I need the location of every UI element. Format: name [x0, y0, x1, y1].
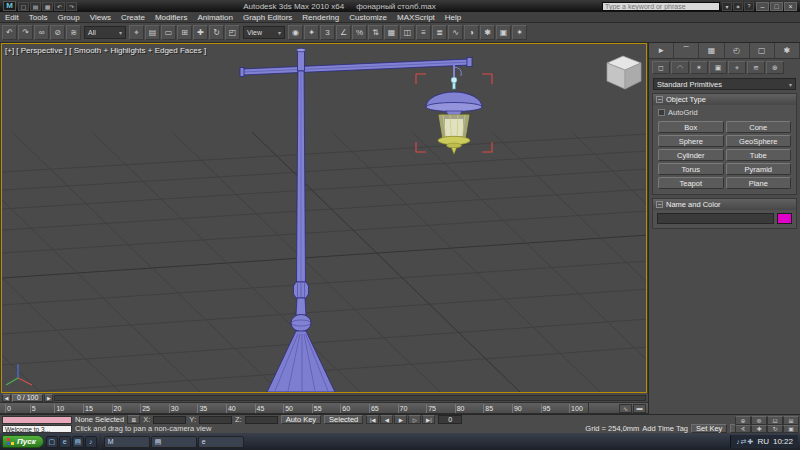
material-editor-icon[interactable]: ◑	[464, 25, 479, 40]
tab-create[interactable]: ►	[649, 43, 674, 58]
play-animation-button[interactable]: ▶	[394, 415, 407, 424]
viewport-label[interactable]: [+] [ Perspective ] [ Smooth + Highlight…	[5, 46, 206, 55]
select-and-scale-icon[interactable]: ◰	[225, 25, 240, 40]
maximize-button[interactable]: □	[770, 2, 783, 11]
menu-item[interactable]: Edit	[0, 12, 24, 22]
y-coordinate-field[interactable]	[199, 416, 232, 424]
go-to-end-button[interactable]: ▶|	[422, 415, 435, 424]
object-type-button[interactable]: Sphere	[658, 135, 724, 147]
browser-icon[interactable]: e	[59, 436, 71, 448]
search-icon[interactable]: ▾	[722, 2, 732, 11]
select-and-manipulate-icon[interactable]: ✦	[304, 25, 319, 40]
bind-to-space-warp-icon[interactable]: ≋	[66, 25, 81, 40]
tab-motion[interactable]: ◴	[725, 43, 750, 58]
object-name-field[interactable]	[657, 213, 774, 224]
selection-lock-icon[interactable]: ⊠	[127, 415, 140, 424]
render-setup-icon[interactable]: ✱	[480, 25, 495, 40]
menu-item[interactable]: MAXScript	[392, 12, 440, 22]
new-file-icon[interactable]: ▢	[18, 2, 29, 11]
category-geometry[interactable]: ◻	[652, 61, 670, 74]
snap-toggle-3d-icon[interactable]: 3	[320, 25, 335, 40]
selection-filter-dropdown[interactable]: All ▾	[84, 26, 126, 39]
menu-item[interactable]: Modifiers	[150, 12, 192, 22]
perspective-viewport[interactable]: [+] [ Perspective ] [ Smooth + Highlight…	[1, 43, 647, 393]
menu-item[interactable]: Customize	[344, 12, 392, 22]
add-time-tag[interactable]: Add Time Tag	[642, 424, 688, 433]
layer-manager-icon[interactable]: ≣	[432, 25, 447, 40]
open-mini-curve-editor-icon[interactable]: ∿	[619, 404, 632, 413]
quick-render-icon[interactable]: ✶	[512, 25, 527, 40]
object-type-rollout-header[interactable]: − Object Type	[653, 94, 796, 105]
auto-key-button[interactable]: Auto Key	[281, 415, 321, 424]
set-key-button[interactable]: Set Key	[691, 424, 727, 433]
select-by-name-icon[interactable]: ▤	[145, 25, 160, 40]
clock[interactable]: 10:22	[773, 437, 793, 446]
object-type-button[interactable]: Plane	[726, 177, 792, 189]
explorer-icon[interactable]: ▤	[72, 436, 84, 448]
name-color-rollout-header[interactable]: − Name and Color	[653, 199, 796, 210]
redo-icon[interactable]: ↷	[18, 25, 33, 40]
field-of-view-icon[interactable]: ∢	[735, 425, 751, 434]
spinner-snap-icon[interactable]: ⇅	[368, 25, 383, 40]
object-type-button[interactable]: Box	[658, 121, 724, 133]
mirror-icon[interactable]: ◫	[400, 25, 415, 40]
previous-frame-button[interactable]: ◀	[380, 415, 393, 424]
maximize-viewport-toggle-icon[interactable]: ▣	[783, 425, 799, 434]
autogrid-checkbox[interactable]	[658, 109, 665, 116]
task-button-folder[interactable]: ▤	[151, 436, 197, 448]
curve-editor-icon[interactable]: ∿	[448, 25, 463, 40]
media-player-icon[interactable]: ♪	[85, 436, 97, 448]
select-and-rotate-icon[interactable]: ↻	[209, 25, 224, 40]
close-button[interactable]: ×	[784, 2, 797, 11]
angle-snap-icon[interactable]: ∠	[336, 25, 351, 40]
unlink-selection-icon[interactable]: ⊘	[50, 25, 65, 40]
menu-item[interactable]: Help	[440, 12, 466, 22]
undo-icon[interactable]: ↶	[2, 25, 17, 40]
tab-utilities[interactable]: ✱	[775, 43, 800, 58]
object-type-button[interactable]: Pyramid	[726, 163, 792, 175]
task-button-3dsmax[interactable]: M	[104, 436, 150, 448]
menu-item[interactable]: Rendering	[297, 12, 344, 22]
rectangular-selection-region-icon[interactable]: ▭	[161, 25, 176, 40]
zoom-all-icon[interactable]: ⊛	[751, 416, 767, 425]
object-type-button[interactable]: GeoSphere	[726, 135, 792, 147]
go-to-start-button[interactable]: |◀	[366, 415, 379, 424]
percent-snap-icon[interactable]: %	[352, 25, 367, 40]
window-crossing-icon[interactable]: ⊞	[177, 25, 192, 40]
use-pivot-point-center-icon[interactable]: ◉	[288, 25, 303, 40]
task-button-browser[interactable]: e	[198, 436, 244, 448]
arc-rotate-icon[interactable]: ↻	[767, 425, 783, 434]
menu-item[interactable]: Animation	[192, 12, 238, 22]
category-helpers[interactable]: ⌖	[728, 61, 746, 74]
category-cameras[interactable]: ▣	[709, 61, 727, 74]
time-slider-handle[interactable]: 0 / 100	[12, 394, 43, 402]
previous-frame-arrow[interactable]: ◀	[2, 394, 11, 402]
network-icon[interactable]: ⇄	[741, 438, 747, 446]
selection-range-icon[interactable]: ▬	[633, 404, 646, 413]
open-file-icon[interactable]: ▤	[30, 2, 41, 11]
viewcube[interactable]	[607, 56, 641, 89]
primitive-category-dropdown[interactable]: Standard Primitives ▾	[653, 78, 796, 90]
tab-display[interactable]: ▢	[750, 43, 775, 58]
edit-named-selection-sets-icon[interactable]: ▦	[384, 25, 399, 40]
tab-modify[interactable]: ⌒	[674, 43, 699, 58]
selection-set-dropdown[interactable]: Selected	[324, 415, 363, 424]
language-indicator[interactable]: RU	[757, 437, 769, 446]
category-lights[interactable]: ✶	[690, 61, 708, 74]
track-bar-ruler[interactable]: 0510152025303540455055606570758085909510…	[0, 403, 588, 413]
menu-item[interactable]: Graph Editors	[238, 12, 297, 22]
menu-item[interactable]: Create	[116, 12, 150, 22]
street-lamp-head[interactable]	[426, 65, 482, 154]
object-type-button[interactable]: Cone	[726, 121, 792, 133]
maxscript-mini-listener-macro[interactable]	[2, 416, 72, 424]
select-and-move-icon[interactable]: ✚	[193, 25, 208, 40]
menu-item[interactable]: Tools	[24, 12, 53, 22]
next-frame-button[interactable]: ▷	[408, 415, 421, 424]
object-color-swatch[interactable]	[777, 213, 792, 224]
help-icon[interactable]: ?	[744, 2, 754, 11]
select-object-icon[interactable]: ⌖	[129, 25, 144, 40]
time-slider-track[interactable]	[54, 395, 646, 401]
autogrid-toggle[interactable]: AutoGrid	[653, 105, 796, 118]
object-type-button[interactable]: Tube	[726, 149, 792, 161]
redo-quick-icon[interactable]: ↷	[66, 2, 77, 11]
